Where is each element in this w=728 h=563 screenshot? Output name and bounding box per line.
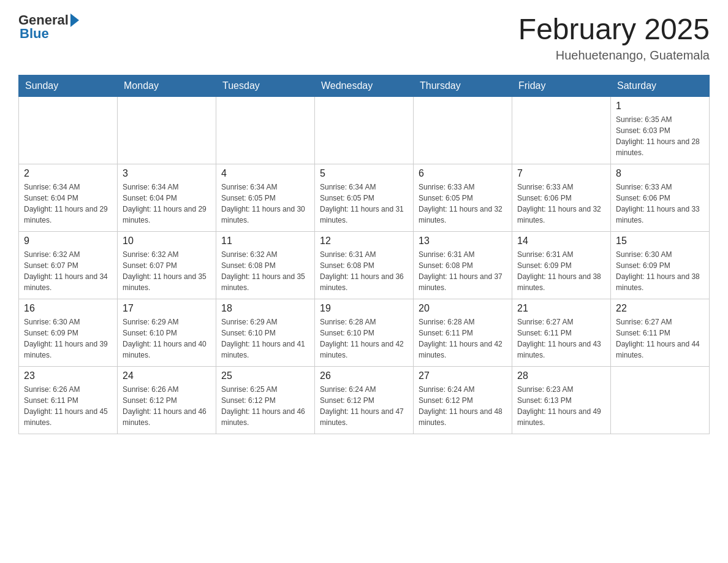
day-number: 2 [24,168,112,179]
weekday-header-friday: Friday [512,75,611,97]
weekday-header-thursday: Thursday [414,75,512,97]
day-info: Sunrise: 6:34 AM Sunset: 6:04 PM Dayligh… [24,182,112,226]
day-number: 26 [320,370,408,381]
calendar-cell: 13Sunrise: 6:31 AM Sunset: 6:08 PM Dayli… [414,232,512,299]
day-number: 6 [419,168,507,179]
day-number: 22 [616,303,704,314]
day-number: 9 [24,236,112,247]
calendar-cell: 25Sunrise: 6:25 AM Sunset: 6:12 PM Dayli… [216,367,315,434]
day-info: Sunrise: 6:24 AM Sunset: 6:12 PM Dayligh… [419,384,507,428]
calendar-cell: 12Sunrise: 6:31 AM Sunset: 6:08 PM Dayli… [315,232,414,299]
day-info: Sunrise: 6:24 AM Sunset: 6:12 PM Dayligh… [320,384,408,428]
calendar-cell: 28Sunrise: 6:23 AM Sunset: 6:13 PM Dayli… [512,367,611,434]
day-info: Sunrise: 6:31 AM Sunset: 6:08 PM Dayligh… [320,249,408,293]
title-section: February 2025 Huehuetenango, Guatemala [518,12,710,63]
day-number: 23 [24,370,112,381]
logo-arrow-icon [70,13,79,27]
weekday-header-monday: Monday [118,75,216,97]
calendar-cell [118,97,216,164]
day-number: 24 [123,370,211,381]
calendar-cell: 18Sunrise: 6:29 AM Sunset: 6:10 PM Dayli… [216,299,315,367]
logo: General Blue [18,12,79,42]
day-info: Sunrise: 6:31 AM Sunset: 6:09 PM Dayligh… [517,249,605,293]
calendar-cell [512,97,611,164]
calendar-cell: 27Sunrise: 6:24 AM Sunset: 6:12 PM Dayli… [414,367,512,434]
calendar-cell [19,97,118,164]
day-info: Sunrise: 6:27 AM Sunset: 6:11 PM Dayligh… [616,316,704,361]
week-row-4: 16Sunrise: 6:30 AM Sunset: 6:09 PM Dayli… [19,299,710,367]
day-number: 19 [320,303,408,314]
day-info: Sunrise: 6:25 AM Sunset: 6:12 PM Dayligh… [221,384,309,428]
day-number: 4 [221,168,309,179]
calendar-cell: 6Sunrise: 6:33 AM Sunset: 6:05 PM Daylig… [414,164,512,232]
month-title: February 2025 [518,12,710,46]
weekday-header-tuesday: Tuesday [216,75,315,97]
weekday-header-wednesday: Wednesday [315,75,414,97]
day-number: 7 [517,168,605,179]
calendar-cell: 23Sunrise: 6:26 AM Sunset: 6:11 PM Dayli… [19,367,118,434]
week-row-2: 2Sunrise: 6:34 AM Sunset: 6:04 PM Daylig… [19,164,710,232]
week-row-3: 9Sunrise: 6:32 AM Sunset: 6:07 PM Daylig… [19,232,710,299]
logo-blue-text: Blue [18,26,79,42]
day-info: Sunrise: 6:28 AM Sunset: 6:11 PM Dayligh… [419,316,507,361]
calendar-cell [216,97,315,164]
day-number: 20 [419,303,507,314]
day-info: Sunrise: 6:34 AM Sunset: 6:05 PM Dayligh… [221,182,309,226]
day-info: Sunrise: 6:34 AM Sunset: 6:05 PM Dayligh… [320,182,408,226]
calendar-cell: 19Sunrise: 6:28 AM Sunset: 6:10 PM Dayli… [315,299,414,367]
calendar-cell [611,367,710,434]
week-row-1: 1Sunrise: 6:35 AM Sunset: 6:03 PM Daylig… [19,97,710,164]
day-number: 13 [419,236,507,247]
day-number: 14 [517,236,605,247]
day-info: Sunrise: 6:23 AM Sunset: 6:13 PM Dayligh… [517,384,605,428]
day-number: 15 [616,236,704,247]
day-number: 3 [123,168,211,179]
calendar-cell: 11Sunrise: 6:32 AM Sunset: 6:08 PM Dayli… [216,232,315,299]
day-number: 25 [221,370,309,381]
calendar-cell: 21Sunrise: 6:27 AM Sunset: 6:11 PM Dayli… [512,299,611,367]
calendar-cell: 4Sunrise: 6:34 AM Sunset: 6:05 PM Daylig… [216,164,315,232]
day-info: Sunrise: 6:31 AM Sunset: 6:08 PM Dayligh… [419,249,507,293]
calendar-cell: 10Sunrise: 6:32 AM Sunset: 6:07 PM Dayli… [118,232,216,299]
day-info: Sunrise: 6:29 AM Sunset: 6:10 PM Dayligh… [221,316,309,361]
calendar-cell: 17Sunrise: 6:29 AM Sunset: 6:10 PM Dayli… [118,299,216,367]
calendar-cell: 9Sunrise: 6:32 AM Sunset: 6:07 PM Daylig… [19,232,118,299]
day-info: Sunrise: 6:35 AM Sunset: 6:03 PM Dayligh… [616,114,704,158]
day-number: 11 [221,236,309,247]
day-number: 8 [616,168,704,179]
day-info: Sunrise: 6:33 AM Sunset: 6:05 PM Dayligh… [419,182,507,226]
day-number: 27 [419,370,507,381]
location-subtitle: Huehuetenango, Guatemala [518,48,710,63]
day-number: 12 [320,236,408,247]
day-info: Sunrise: 6:29 AM Sunset: 6:10 PM Dayligh… [123,316,211,361]
day-number: 10 [123,236,211,247]
day-info: Sunrise: 6:30 AM Sunset: 6:09 PM Dayligh… [616,249,704,293]
day-info: Sunrise: 6:28 AM Sunset: 6:10 PM Dayligh… [320,316,408,361]
day-number: 21 [517,303,605,314]
weekday-header-sunday: Sunday [19,75,118,97]
day-number: 5 [320,168,408,179]
day-number: 16 [24,303,112,314]
day-number: 18 [221,303,309,314]
calendar-cell: 8Sunrise: 6:33 AM Sunset: 6:06 PM Daylig… [611,164,710,232]
day-info: Sunrise: 6:34 AM Sunset: 6:04 PM Dayligh… [123,182,211,226]
day-number: 28 [517,370,605,381]
weekday-header-saturday: Saturday [611,75,710,97]
calendar-cell: 3Sunrise: 6:34 AM Sunset: 6:04 PM Daylig… [118,164,216,232]
calendar-cell: 26Sunrise: 6:24 AM Sunset: 6:12 PM Dayli… [315,367,414,434]
calendar-cell: 1Sunrise: 6:35 AM Sunset: 6:03 PM Daylig… [611,97,710,164]
page-header: General Blue February 2025 Huehuetenango… [18,12,710,63]
day-info: Sunrise: 6:32 AM Sunset: 6:08 PM Dayligh… [221,249,309,293]
calendar-cell: 15Sunrise: 6:30 AM Sunset: 6:09 PM Dayli… [611,232,710,299]
calendar-cell [315,97,414,164]
calendar-cell [414,97,512,164]
day-info: Sunrise: 6:27 AM Sunset: 6:11 PM Dayligh… [517,316,605,361]
calendar-cell: 5Sunrise: 6:34 AM Sunset: 6:05 PM Daylig… [315,164,414,232]
day-info: Sunrise: 6:33 AM Sunset: 6:06 PM Dayligh… [517,182,605,226]
weekday-header-row: SundayMondayTuesdayWednesdayThursdayFrid… [19,75,710,97]
calendar-cell: 20Sunrise: 6:28 AM Sunset: 6:11 PM Dayli… [414,299,512,367]
day-info: Sunrise: 6:32 AM Sunset: 6:07 PM Dayligh… [24,249,112,293]
calendar-cell: 24Sunrise: 6:26 AM Sunset: 6:12 PM Dayli… [118,367,216,434]
day-number: 17 [123,303,211,314]
calendar-cell: 22Sunrise: 6:27 AM Sunset: 6:11 PM Dayli… [611,299,710,367]
